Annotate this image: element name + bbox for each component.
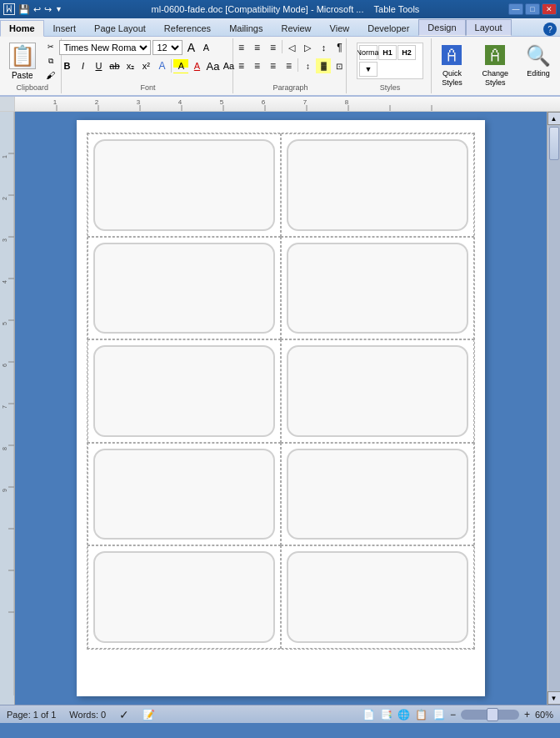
subscript-button[interactable]: x₂ [122, 58, 138, 73]
style-normal[interactable]: Normal [359, 45, 378, 60]
font-size-select[interactable]: 12 [152, 40, 182, 55]
justify-button[interactable]: ≡ [281, 58, 296, 73]
paste-label: Paste [12, 71, 33, 80]
tab-review[interactable]: Review [272, 19, 320, 36]
font-grow-button[interactable]: A [184, 41, 198, 54]
vertical-scrollbar[interactable]: ▲ ▼ [547, 112, 560, 705]
maximize-button[interactable]: □ [525, 3, 540, 15]
zoom-slider[interactable] [461, 710, 519, 720]
label-cell-8 [281, 443, 474, 546]
svg-text:2: 2 [95, 98, 99, 106]
left-ruler: 1 2 3 4 5 6 7 8 9 [0, 112, 15, 705]
zoom-in-button[interactable]: + [524, 709, 530, 720]
clipboard-group: 📋 Paste ✂ ⧉ 🖌 Clipboard [3, 38, 62, 93]
label-inner-2 [287, 139, 468, 231]
font-group: Times New Roman 12 A A B I U ab x₂ x² A … [63, 38, 232, 93]
style-more[interactable]: ▼ [359, 62, 378, 77]
increase-indent-button[interactable]: ▷ [300, 40, 315, 55]
tab-page-layout[interactable]: Page Layout [85, 19, 155, 36]
show-hide-button[interactable]: ¶ [332, 40, 347, 55]
change-styles-icon: 🅰 [482, 43, 508, 69]
ribbon-tab-row: Home Insert Page Layout References Maili… [0, 18, 560, 37]
scroll-thumb[interactable] [549, 127, 559, 160]
help-icon[interactable]: ? [543, 23, 557, 36]
paste-button[interactable]: 📋 Paste [6, 41, 39, 82]
spell-check-icon[interactable]: ✓ [119, 708, 129, 721]
bullets-button[interactable]: ≡ [233, 40, 248, 55]
title-bar-controls: — □ ✕ [508, 3, 557, 15]
multilevel-button[interactable]: ≡ [265, 40, 280, 55]
line-spacing-button[interactable]: ↕ [300, 58, 315, 73]
strikethrough-button[interactable]: ab [107, 58, 122, 73]
style-heading2[interactable]: H2 [398, 45, 416, 60]
italic-button[interactable]: I [75, 58, 90, 73]
zoom-percent[interactable]: 60% [535, 710, 553, 720]
font-name-select[interactable]: Times New Roman [59, 40, 151, 55]
align-center-button[interactable]: ≡ [249, 58, 264, 73]
numbering-button[interactable]: ≡ [249, 40, 264, 55]
quick-save-icon[interactable]: 💾 [18, 4, 30, 15]
zoom-out-button[interactable]: − [450, 709, 456, 720]
quick-styles-icon: 🅰 [438, 43, 465, 69]
font-shrink-button[interactable]: A [199, 41, 212, 54]
change-styles-button[interactable]: 🅰 Change Styles [473, 40, 517, 90]
view-outline-icon[interactable]: 📋 [415, 709, 428, 720]
style-heading1[interactable]: H1 [378, 45, 397, 60]
view-draft-icon[interactable]: 📃 [432, 709, 445, 720]
copy-button[interactable]: ⧉ [42, 54, 59, 68]
tab-insert[interactable]: Insert [44, 19, 86, 36]
close-button[interactable]: ✕ [542, 3, 557, 15]
decrease-indent-button[interactable]: ◁ [284, 40, 299, 55]
view-normal-icon[interactable]: 📄 [362, 709, 375, 720]
editing-button[interactable]: 🔍 Editing [520, 40, 557, 81]
shading-button[interactable]: ▓ [316, 58, 331, 73]
divider2 [282, 40, 282, 53]
track-changes-icon[interactable]: 📝 [142, 709, 155, 720]
tab-home[interactable]: Home [0, 20, 44, 37]
paste-icon: 📋 [9, 43, 36, 69]
view-web-icon[interactable]: 🌐 [398, 709, 410, 720]
align-left-button[interactable]: ≡ [233, 58, 248, 73]
tab-references[interactable]: References [155, 19, 220, 36]
zoom-thumb[interactable] [487, 708, 498, 721]
scroll-down-button[interactable]: ▼ [548, 691, 561, 705]
minimize-button[interactable]: — [508, 3, 523, 15]
styles-gallery: Normal H1 H2 ▼ [357, 43, 423, 79]
superscript-button[interactable]: x² [138, 58, 153, 73]
font-color-button[interactable]: A [189, 58, 204, 73]
tab-developer[interactable]: Developer [358, 19, 418, 36]
paragraph-group-label: Paragraph [272, 82, 308, 92]
sort-button[interactable]: ↕ [316, 40, 331, 55]
label-cell-3 [88, 237, 281, 340]
divider [171, 59, 172, 73]
scroll-up-button[interactable]: ▲ [548, 112, 561, 125]
dropdown-arrow-icon[interactable]: ▼ [55, 5, 62, 13]
clear-formatting-button[interactable]: Aa [205, 58, 220, 73]
styles-group-label: Styles [380, 82, 401, 92]
view-layout-icon[interactable]: 📑 [380, 709, 392, 720]
highlight-button[interactable]: A [173, 58, 188, 73]
underline-button[interactable]: U [91, 58, 106, 73]
borders-button[interactable]: ⊡ [332, 58, 347, 73]
title-bar: 🅆 💾 ↩ ↪ ▼ ml-0600-fade.doc [Compatibilit… [0, 0, 560, 18]
cut-button[interactable]: ✂ [42, 40, 59, 53]
tab-layout[interactable]: Layout [466, 19, 512, 36]
tab-design[interactable]: Design [418, 19, 465, 36]
redo-icon[interactable]: ↪ [44, 4, 52, 15]
text-effects-button[interactable]: A [154, 58, 169, 73]
align-right-button[interactable]: ≡ [265, 58, 280, 73]
svg-text:3: 3 [2, 238, 8, 242]
format-painter-button[interactable]: 🖌 [42, 68, 59, 82]
tab-view[interactable]: View [321, 19, 359, 36]
undo-icon[interactable]: ↩ [33, 4, 41, 15]
content-area[interactable] [15, 112, 547, 705]
tab-mailings[interactable]: Mailings [220, 19, 272, 36]
styles-group: Normal H1 H2 ▼ Styles [348, 38, 432, 93]
quick-styles-button[interactable]: 🅰 QuickStyles [433, 40, 470, 90]
label-inner-6 [287, 345, 468, 437]
styles-group-content: Normal H1 H2 ▼ [357, 40, 423, 82]
font-format-row: B I U ab x₂ x² A A A Aa Aa [59, 58, 236, 73]
font-group-content: Times New Roman 12 A A B I U ab x₂ x² A … [59, 40, 236, 82]
bold-button[interactable]: B [59, 58, 74, 73]
scroll-track[interactable] [548, 125, 560, 691]
